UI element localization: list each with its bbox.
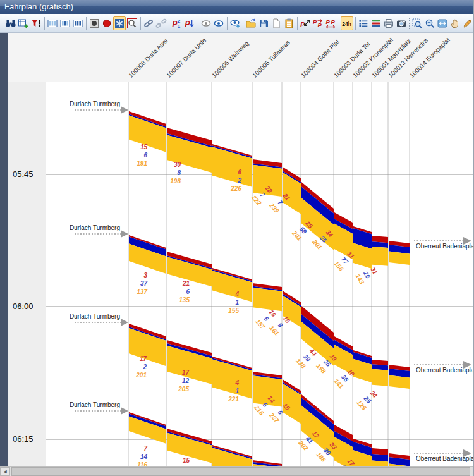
toolbar-24h-mode-button[interactable]: 24h: [341, 16, 353, 30]
toolbar-zoom-special-button[interactable]: [126, 16, 138, 30]
toolbar-filter-button[interactable]: [30, 16, 42, 30]
zoom-red-icon: [126, 18, 138, 29]
record-red-icon: [101, 18, 112, 29]
add-table-icon: [18, 18, 29, 29]
toolbar-columns-view-1-button[interactable]: [46, 16, 59, 30]
btn-24h-icon: 24h: [341, 18, 353, 29]
toolbar-drag-handle[interactable]: [3, 17, 3, 30]
horizontal-scrollbar[interactable]: ◄: [0, 466, 474, 476]
board-count: 17: [125, 355, 147, 363]
toolbar-p-shift-button[interactable]: PP: [312, 16, 324, 30]
toolbar-p-move-button[interactable]: P: [299, 16, 312, 30]
scroll-left-button[interactable]: ◄: [0, 467, 10, 476]
toolbar-edit-button[interactable]: [461, 16, 474, 30]
board-count: 6: [220, 168, 241, 176]
toolbar-print-button[interactable]: [382, 16, 395, 30]
board-count: 7: [126, 444, 147, 453]
p-down-icon: P: [184, 18, 195, 29]
trip-2-segment-9-load-band[interactable]: [372, 369, 388, 386]
svg-text:P: P: [326, 18, 331, 25]
board-count: 30: [159, 161, 181, 169]
load-count: 221: [217, 395, 239, 403]
toolbar-p21-button[interactable]: P21: [171, 16, 183, 30]
trip-1-segment-1-counts: 156191: [126, 143, 147, 168]
toolbar-view-button[interactable]: [212, 16, 225, 30]
p-span-icon: PP: [325, 18, 336, 29]
toolbar-copy-book-button[interactable]: [283, 16, 295, 30]
trip-1-segment-3-counts: 62226: [220, 168, 241, 193]
p-shift-icon: PP: [312, 18, 324, 29]
toolbar-zoom-out-button[interactable]: [423, 16, 436, 30]
toolbar-stop-button[interactable]: [88, 16, 100, 30]
load-count: 135: [168, 296, 190, 304]
toolbar-drag-handle[interactable]: [243, 17, 243, 30]
toolbar-p-sort-button[interactable]: P: [183, 16, 196, 30]
trip-3-segment-9-alight-band[interactable]: [372, 454, 388, 462]
toolbar-view-disabled-button[interactable]: [200, 16, 212, 30]
toolbar-view-refresh-button[interactable]: [229, 16, 241, 30]
save-icon: [258, 18, 269, 29]
toolbar-unlink-button[interactable]: [155, 16, 167, 30]
toolbar-save-button[interactable]: [257, 16, 270, 30]
toolbar-fit-width-button[interactable]: [436, 16, 449, 30]
toolbar-link-button[interactable]: [142, 16, 155, 30]
window-title: Fahrplan (grafisch): [0, 0, 474, 14]
time-label: 05:45: [13, 169, 33, 179]
toolbar-add-table-button[interactable]: [17, 16, 30, 30]
eye-gray-icon: [200, 18, 212, 29]
toolbar-drag-handle[interactable]: [169, 17, 169, 30]
filter-icon: [30, 18, 42, 29]
p21-icon: P21: [171, 18, 183, 29]
alight-count: 6: [126, 151, 147, 159]
toolbar-columns-view-2-button[interactable]: [59, 16, 71, 30]
link-icon: [143, 18, 154, 29]
toolbar-open-button[interactable]: [245, 16, 257, 30]
board-count: 4: [217, 379, 239, 387]
timetable-chart[interactable]: 100008 Durla Auer100007 Durla Unte100006…: [8, 33, 474, 466]
board-count: 4: [217, 290, 239, 298]
trip-origin-label: Durlach Turmberg: [57, 401, 120, 408]
alight-count: 1: [217, 387, 239, 395]
board-count: 3: [126, 271, 147, 279]
load-count: 191: [126, 159, 147, 168]
load-count: 205: [167, 385, 189, 393]
toolbar: P21PPPPPP24h: [0, 14, 474, 33]
alight-count: 8: [159, 169, 181, 177]
toolbar-zoom-select-button[interactable]: [411, 16, 423, 30]
alight-count: 37: [126, 279, 147, 288]
toolbar-new-page-button[interactable]: [270, 16, 283, 30]
eye-blue-icon: [213, 18, 224, 29]
trip-3-segment-2-counts: 1712205: [167, 369, 189, 393]
toolbar-snapshot-button[interactable]: [395, 16, 408, 30]
zoom-out-icon: [424, 18, 435, 29]
scrollbar-thumb[interactable]: [11, 467, 470, 476]
trip-origin-label: Durlach Turmberg: [57, 224, 120, 231]
svg-text:1: 1: [178, 23, 180, 28]
trip-2-segment-1-counts: 337137: [126, 271, 147, 296]
toolbar-p-span-button[interactable]: PP: [324, 16, 337, 30]
toolbar-drag-handle[interactable]: [409, 17, 410, 30]
snapshot-icon: [396, 18, 407, 29]
toolbar-list-view-button[interactable]: [357, 16, 370, 30]
snowflake-icon: [114, 18, 125, 29]
toolbar-columns-view-3-button[interactable]: [71, 16, 84, 30]
toolbar-pan-button[interactable]: [449, 16, 461, 30]
alight-count: 12: [167, 377, 189, 385]
load-count: 137: [126, 288, 147, 296]
load-count: 116: [126, 461, 147, 466]
trip-3-segment-3-counts: 41221: [217, 379, 239, 403]
toolbar-record-button[interactable]: [100, 16, 113, 30]
left-frame-strip: [0, 33, 8, 466]
zoom-select-icon: [411, 18, 423, 29]
toolbar-snowflake-mode-button[interactable]: [113, 16, 126, 30]
toolbar-layers-button[interactable]: [370, 16, 382, 30]
alight-count: 1: [217, 298, 239, 307]
print-icon: [383, 18, 394, 29]
toolbar-find-button[interactable]: [4, 16, 17, 30]
board-count: 15: [168, 456, 190, 465]
unlink-icon: [155, 18, 167, 29]
folder-open-icon: [245, 18, 257, 29]
board-count: 21: [168, 279, 190, 288]
stop-gray-icon: [88, 18, 100, 29]
clipboard-icon: [283, 18, 295, 29]
